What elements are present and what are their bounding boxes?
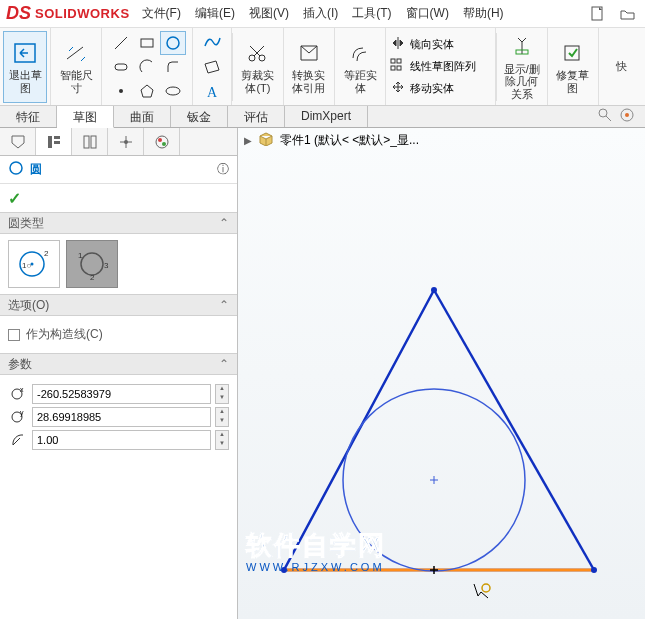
vertex-top[interactable]	[431, 287, 437, 293]
svg-rect-24	[84, 136, 89, 148]
fillet-tool[interactable]	[160, 55, 186, 79]
spline-tool[interactable]	[199, 29, 225, 53]
solidworks-logo-icon: DS	[6, 3, 31, 24]
breadcrumb-arrow-icon[interactable]: ▶	[244, 135, 252, 146]
menu-insert[interactable]: 插入(I)	[303, 5, 338, 22]
svg-rect-25	[91, 136, 96, 148]
tab-feature[interactable]: 特征	[0, 106, 57, 127]
triangle-right-edge[interactable]	[434, 290, 594, 570]
svg-text:3: 3	[104, 261, 109, 270]
pattern-group: 镜向实体 线性草图阵列 移动实体	[386, 28, 496, 105]
svg-point-8	[166, 87, 180, 95]
section-params-label: 参数	[8, 356, 32, 373]
smart-dimension-button[interactable]: 智能尺寸	[54, 31, 98, 103]
slot-tool[interactable]	[108, 55, 134, 79]
param-r-row: ▲▼	[8, 430, 229, 450]
menu-view[interactable]: 视图(V)	[249, 5, 289, 22]
convert-icon	[294, 39, 324, 67]
relations-group: 显示/删除几何关系	[497, 28, 548, 105]
svg-line-2	[115, 37, 127, 49]
svg-line-18	[606, 116, 611, 121]
svg-rect-16	[565, 46, 579, 60]
construction-option[interactable]: 作为构造线(C)	[8, 322, 229, 347]
search-icon[interactable]	[597, 107, 613, 126]
cx-icon: x	[8, 384, 28, 404]
pm-tab-appear[interactable]	[144, 128, 180, 155]
menu-help[interactable]: 帮助(H)	[463, 5, 504, 22]
tab-sketch[interactable]: 草图	[57, 106, 114, 128]
line-tool[interactable]	[108, 31, 134, 55]
spinner[interactable]: ▲▼	[215, 407, 229, 427]
trim-label: 剪裁实体(T)	[237, 69, 279, 93]
exit-sketch-group: 退出草图	[0, 28, 51, 105]
pattern-label[interactable]: 线性草图阵列	[410, 59, 476, 74]
spinner[interactable]: ▲▼	[215, 384, 229, 404]
pm-tab-dim[interactable]	[108, 128, 144, 155]
menu-window[interactable]: 窗口(W)	[406, 5, 449, 22]
tab-sheetmetal[interactable]: 钣金	[171, 106, 228, 127]
tab-surface[interactable]: 曲面	[114, 106, 171, 127]
help-icon[interactable]: ⓘ	[217, 161, 229, 178]
menu-tools[interactable]: 工具(T)	[352, 5, 391, 22]
svg-text:y: y	[20, 409, 24, 417]
breadcrumb: ▶ 零件1 (默认< <默认>_显...	[238, 128, 645, 152]
svg-point-29	[162, 142, 166, 146]
svg-text:2: 2	[90, 273, 95, 282]
new-doc-icon[interactable]	[587, 3, 609, 25]
rect-tool[interactable]	[134, 31, 160, 55]
spline-text-group: A	[193, 28, 232, 105]
svg-point-26	[124, 140, 128, 144]
ellipse-tool[interactable]	[160, 79, 186, 103]
svg-point-4	[167, 37, 179, 49]
pm-tab-property[interactable]	[36, 128, 72, 155]
part-icon	[258, 132, 274, 149]
scissors-icon	[243, 39, 273, 67]
relations-button[interactable]: 显示/删除几何关系	[500, 31, 544, 103]
convert-button[interactable]: 转换实体引用	[287, 31, 331, 103]
appearance-icon[interactable]	[619, 107, 635, 126]
menu-edit[interactable]: 编辑(E)	[195, 5, 235, 22]
pm-tab-feature[interactable]	[0, 128, 36, 155]
section-options[interactable]: 选项(O) ⌃	[0, 294, 237, 316]
param-cy-input[interactable]	[32, 407, 211, 427]
offset-button[interactable]: 等距实体	[338, 31, 382, 103]
spinner[interactable]: ▲▼	[215, 430, 229, 450]
checkbox-unchecked-icon[interactable]	[8, 329, 20, 341]
param-r-input[interactable]	[32, 430, 211, 450]
ok-check-icon[interactable]: ✓	[8, 189, 21, 208]
plane-tool[interactable]	[199, 55, 225, 79]
section-params[interactable]: 参数 ⌃	[0, 353, 237, 375]
tab-dimxpert[interactable]: DimXpert	[285, 106, 368, 127]
svg-point-35	[81, 253, 103, 275]
vertex-right[interactable]	[591, 567, 597, 573]
menu-file[interactable]: 文件(F)	[142, 5, 181, 22]
text-tool[interactable]: A	[199, 81, 225, 105]
menu-items: 文件(F) 编辑(E) 视图(V) 插入(I) 工具(T) 窗口(W) 帮助(H…	[142, 5, 504, 22]
exit-sketch-button[interactable]: 退出草图	[3, 31, 47, 103]
circle-center-radius[interactable]: 1○2	[8, 240, 60, 288]
pm-tab-config[interactable]	[72, 128, 108, 155]
quick-group: 快	[599, 28, 645, 105]
smart-dimension-icon	[61, 39, 91, 67]
arc-tool[interactable]	[134, 55, 160, 79]
move-label[interactable]: 移动实体	[410, 81, 454, 96]
polygon-tool[interactable]	[134, 79, 160, 103]
part-name[interactable]: 零件1 (默认< <默认>_显...	[280, 132, 419, 149]
mirror-label[interactable]: 镜向实体	[410, 37, 454, 52]
point-tool[interactable]	[108, 79, 134, 103]
property-manager: 圆 ⓘ ✓ 圆类型 ⌃ 1○2 132 选项(O) ⌃ 作为构造线(C)	[0, 128, 238, 619]
tab-evaluate[interactable]: 评估	[228, 106, 285, 127]
circle-tool[interactable]	[160, 31, 186, 55]
circle-perimeter[interactable]: 132	[66, 240, 118, 288]
section-circle-type[interactable]: 圆类型 ⌃	[0, 212, 237, 234]
exit-sketch-label: 退出草图	[4, 69, 46, 93]
repair-button[interactable]: 修复草图	[551, 31, 595, 103]
trim-button[interactable]: 剪裁实体(T)	[236, 31, 280, 103]
svg-point-30	[10, 162, 22, 174]
sketch-tools-group	[102, 28, 193, 105]
param-cx-input[interactable]	[32, 384, 211, 404]
relations-icon	[507, 33, 537, 61]
watermark: 软件自学网 WWW.RJZXW.COM	[246, 528, 386, 573]
svg-text:2: 2	[44, 249, 49, 258]
open-doc-icon[interactable]	[617, 3, 639, 25]
